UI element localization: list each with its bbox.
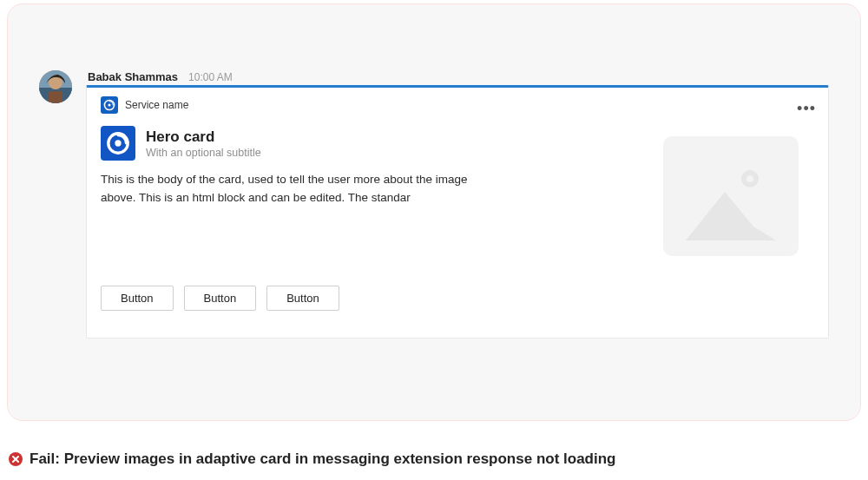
message-time: 10:00 AM: [188, 71, 233, 83]
button-row: Button Button Button: [101, 286, 814, 311]
service-icon: [101, 96, 118, 114]
image-placeholder-icon: [660, 131, 802, 261]
title-row: Hero card With an optional subtitle: [101, 126, 500, 161]
sender-name: Babak Shammas: [88, 70, 178, 83]
message-block: Babak Shammas 10:00 AM Service name •••: [86, 70, 829, 339]
card-header: Service name: [101, 96, 814, 114]
example-container: Babak Shammas 10:00 AM Service name •••: [7, 3, 861, 421]
avatar: [39, 70, 72, 103]
card-subtitle: With an optional subtitle: [146, 147, 261, 159]
card-left-column: Hero card With an optional subtitle This…: [101, 126, 500, 261]
more-button[interactable]: •••: [797, 100, 816, 118]
error-circle-icon: [9, 452, 23, 466]
hero-card: Service name •••: [86, 85, 829, 339]
fail-caption: Fail: Preview images in adaptive card in…: [9, 450, 615, 468]
svg-rect-3: [49, 91, 62, 103]
card-button-2[interactable]: Button: [184, 286, 257, 311]
card-content: Hero card With an optional subtitle This…: [101, 126, 814, 261]
svg-point-7: [115, 140, 121, 146]
card-button-1[interactable]: Button: [101, 286, 174, 311]
fail-text: Fail: Preview images in adaptive card in…: [30, 450, 615, 468]
svg-point-5: [108, 103, 110, 106]
service-name-label: Service name: [125, 99, 188, 111]
card-title: Hero card: [146, 128, 261, 146]
title-stack: Hero card With an optional subtitle: [146, 126, 261, 161]
card-right-column: [519, 126, 814, 261]
message-meta: Babak Shammas 10:00 AM: [86, 70, 829, 83]
chat-row: Babak Shammas 10:00 AM Service name •••: [39, 70, 829, 389]
app-icon: [101, 126, 135, 161]
card-button-3[interactable]: Button: [266, 286, 339, 311]
card-body-text: This is the body of the card, used to te…: [101, 171, 500, 207]
svg-point-10: [746, 175, 753, 182]
